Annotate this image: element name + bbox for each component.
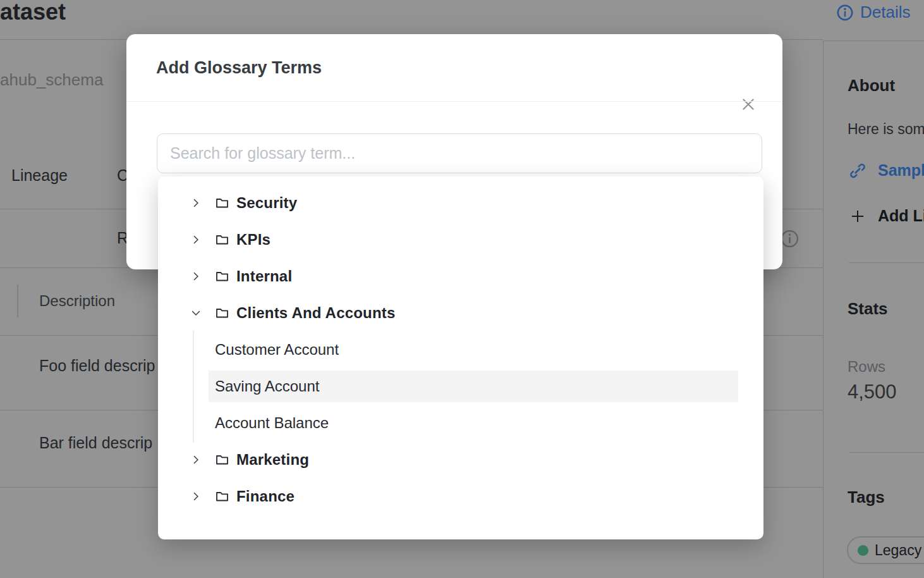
tree-folder-clients-and-accounts[interactable]: Clients And Accounts bbox=[158, 295, 763, 331]
tree-folder-security[interactable]: Security bbox=[158, 185, 763, 221]
tree-folder-label: Marketing bbox=[236, 451, 309, 469]
tree-term-saving-account[interactable]: Saving Account bbox=[158, 368, 763, 405]
tree-folder-label: Security bbox=[236, 194, 297, 212]
folder-icon bbox=[214, 232, 230, 247]
tree-indent-guide bbox=[193, 330, 194, 443]
folder-icon bbox=[214, 489, 230, 504]
tree-term-label-highlighted[interactable]: Saving Account bbox=[209, 371, 738, 402]
tree-folder-finance[interactable]: Finance bbox=[158, 478, 763, 515]
modal-header-divider bbox=[126, 101, 782, 102]
tree-folder-label: Clients And Accounts bbox=[236, 304, 396, 322]
folder-icon bbox=[214, 269, 230, 284]
modal-header: Add Glossary Terms bbox=[156, 34, 322, 101]
tree-term-customer-account[interactable]: Customer Account bbox=[158, 331, 763, 368]
tree-folder-kpis[interactable]: KPIs bbox=[158, 221, 763, 258]
chevron-right-icon[interactable] bbox=[190, 490, 202, 503]
folder-icon bbox=[214, 452, 230, 467]
tree-term-account-balance[interactable]: Account Balance bbox=[158, 405, 763, 441]
folder-icon bbox=[214, 195, 230, 211]
app-screen: ataset ahub_schema Lineage C R Descripti… bbox=[0, 0, 924, 578]
tree-term-label[interactable]: Customer Account bbox=[209, 334, 738, 366]
chevron-right-icon[interactable] bbox=[190, 233, 202, 246]
close-icon[interactable] bbox=[739, 95, 757, 113]
modal-title: Add Glossary Terms bbox=[156, 58, 322, 78]
chevron-down-icon[interactable] bbox=[190, 307, 202, 319]
tree-folder-label: KPIs bbox=[236, 231, 271, 249]
chevron-right-icon[interactable] bbox=[190, 453, 202, 466]
folder-icon bbox=[214, 305, 230, 321]
chevron-right-icon[interactable] bbox=[190, 197, 202, 209]
tree-folder-label: Finance bbox=[236, 488, 295, 505]
tree-term-label[interactable]: Account Balance bbox=[209, 407, 738, 439]
glossary-term-dropdown: Security KPIs Internal bbox=[158, 176, 763, 539]
glossary-search-input[interactable] bbox=[157, 133, 762, 173]
tree-folder-internal[interactable]: Internal bbox=[158, 258, 763, 295]
tree-folder-marketing[interactable]: Marketing bbox=[158, 441, 763, 478]
tree-folder-label: Internal bbox=[236, 267, 292, 285]
chevron-right-icon[interactable] bbox=[190, 270, 202, 283]
